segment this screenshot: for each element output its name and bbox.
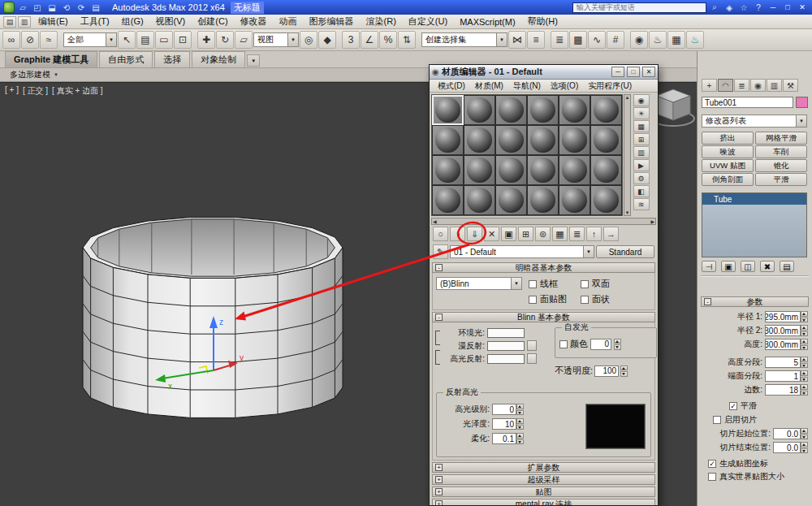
- menu-item[interactable]: 实用程序(U): [583, 80, 637, 92]
- select-and-rotate-icon[interactable]: ↻: [216, 31, 234, 49]
- spinner[interactable]: [614, 339, 621, 350]
- use-center-icon[interactable]: ◎: [300, 31, 317, 49]
- menu-item[interactable]: 动画: [274, 15, 303, 28]
- layer-explorer-icon[interactable]: ▥: [18, 16, 31, 28]
- modifier-preset-button[interactable]: 车削: [755, 145, 807, 158]
- parameter-value-field[interactable]: 5: [765, 357, 801, 368]
- spinner[interactable]: [801, 442, 808, 453]
- show-end-result-icon[interactable]: ▣: [721, 261, 736, 272]
- material-sample-slot[interactable]: [432, 185, 464, 215]
- modifier-stack[interactable]: Tube: [702, 192, 807, 257]
- material-map-navigator-icon[interactable]: ≋: [633, 198, 650, 210]
- sample-horizontal-scrollbar[interactable]: ◀ ▶: [431, 218, 656, 225]
- spinner[interactable]: [516, 404, 524, 415]
- configure-modifier-sets-icon[interactable]: ▤: [780, 261, 794, 272]
- opacity-value-field[interactable]: 100: [594, 365, 619, 377]
- reference-coordinate-dropdown[interactable]: 视图 ▼: [253, 32, 299, 47]
- ribbon-minimize-icon[interactable]: ▼: [247, 54, 260, 67]
- material-sample-slot[interactable]: [432, 155, 464, 185]
- menu-item[interactable]: 模式(D): [433, 80, 470, 92]
- menu-item[interactable]: 自定义(U): [403, 15, 453, 28]
- spinner[interactable]: [801, 325, 808, 336]
- selection-region-icon[interactable]: ▭: [155, 31, 173, 49]
- ambient-color-swatch[interactable]: [487, 328, 525, 338]
- options-icon[interactable]: ⚙: [633, 172, 650, 184]
- ribbon-tab-freeform[interactable]: 自由形式: [99, 51, 153, 67]
- stack-item[interactable]: Tube: [702, 193, 806, 205]
- signin-icon[interactable]: ◈: [723, 2, 736, 13]
- menu-item[interactable]: 编辑(E): [32, 15, 74, 28]
- render-setup-icon[interactable]: ♨: [649, 31, 667, 49]
- infocenter-search-input[interactable]: 输入关键字或短语: [572, 2, 706, 13]
- ribbon-tab-object-paint[interactable]: 对象绘制: [192, 51, 245, 67]
- menu-item[interactable]: 创建(C): [192, 15, 233, 28]
- generate-mapping-coords-checkbox[interactable]: ✓: [708, 460, 716, 468]
- close-button[interactable]: ✕: [796, 2, 809, 13]
- shader-rollout-header[interactable]: - 明暗器基本参数: [432, 262, 655, 273]
- pick-material-from-object-icon[interactable]: ✎: [433, 244, 448, 259]
- make-material-copy-icon[interactable]: ▣: [501, 227, 516, 241]
- modifier-preset-button[interactable]: 噪波: [702, 145, 754, 158]
- material-sample-slot[interactable]: [590, 125, 622, 155]
- select-and-scale-icon[interactable]: ▱: [235, 31, 253, 49]
- spinner[interactable]: [516, 418, 524, 430]
- material-sample-slot[interactable]: [464, 95, 495, 125]
- remove-modifier-icon[interactable]: ✖: [760, 261, 775, 272]
- schematic-view-icon[interactable]: #: [607, 31, 624, 49]
- parameter-value-field[interactable]: 300.0mm: [765, 339, 801, 350]
- material-sample-slot[interactable]: [590, 185, 622, 215]
- material-sample-slot[interactable]: [527, 185, 559, 215]
- render-production-icon[interactable]: ♨: [686, 31, 704, 49]
- app-logo-icon[interactable]: [3, 2, 15, 13]
- put-material-to-scene-icon[interactable]: ◑: [450, 227, 465, 241]
- spinner[interactable]: [620, 365, 628, 377]
- smooth-checkbox[interactable]: ✓: [729, 402, 737, 410]
- parameter-value-field[interactable]: 0.0: [773, 428, 801, 439]
- scroll-right-icon[interactable]: ▶: [650, 218, 654, 224]
- parameter-value-field[interactable]: 1: [765, 370, 801, 382]
- reset-map-icon[interactable]: ✕: [484, 227, 499, 241]
- create-tab[interactable]: +: [702, 79, 717, 92]
- viewport-pov-menu[interactable]: [ 正交 ]: [23, 85, 48, 97]
- selection-filter-dropdown[interactable]: 全部 ▼: [63, 32, 117, 47]
- modifier-list-dropdown[interactable]: 修改器列表 ▼: [702, 115, 807, 128]
- modifier-preset-button[interactable]: 挤出: [702, 132, 754, 145]
- show-end-result-icon[interactable]: ≣: [569, 227, 585, 241]
- highlight-value-field[interactable]: 0.1: [492, 433, 516, 444]
- parameters-rollout-header[interactable]: - 参数: [701, 296, 809, 307]
- spinner[interactable]: [801, 357, 808, 368]
- assign-material-to-selection-icon[interactable]: ⇓: [467, 227, 482, 241]
- chevron-down-icon[interactable]: ▼: [287, 33, 298, 46]
- material-sample-slot[interactable]: [590, 155, 622, 185]
- expand-icon[interactable]: +: [435, 476, 443, 483]
- material-sample-slot[interactable]: [559, 95, 590, 125]
- rendered-frame-icon[interactable]: ▦: [667, 31, 685, 49]
- material-id-channel-icon[interactable]: ⊚: [535, 227, 551, 241]
- save-file-icon[interactable]: ⬓: [45, 2, 58, 13]
- chevron-down-icon[interactable]: ▼: [796, 115, 806, 127]
- ribbon-tab-graphite[interactable]: Graphite 建模工具: [5, 51, 97, 67]
- viewport-general-menu[interactable]: [ + ]: [5, 85, 19, 97]
- material-sample-slot[interactable]: [527, 95, 559, 125]
- bind-to-space-warp-icon[interactable]: ≈: [40, 31, 58, 49]
- menu-item[interactable]: 工具(T): [75, 15, 115, 28]
- minimize-button[interactable]: ─: [767, 2, 780, 13]
- put-to-library-icon[interactable]: ⊞: [518, 227, 533, 241]
- chevron-down-icon[interactable]: ▼: [106, 33, 116, 46]
- scene-explorer-icon[interactable]: ▤: [3, 16, 16, 28]
- self-illum-color-checkbox[interactable]: [559, 340, 568, 348]
- spinner[interactable]: [801, 370, 808, 382]
- material-sample-slot[interactable]: [495, 185, 527, 215]
- material-sample-slot[interactable]: [495, 125, 527, 155]
- shader-type-dropdown[interactable]: (B)Blinn ▼: [436, 277, 522, 290]
- menu-item[interactable]: MAXScript(M): [454, 16, 520, 28]
- snap-toggle-icon[interactable]: 3: [342, 31, 360, 49]
- named-selection-dropdown[interactable]: 创建选择集 ▼: [421, 32, 508, 47]
- help-icon[interactable]: ?: [752, 2, 765, 13]
- spinner[interactable]: [801, 339, 808, 350]
- parameter-value-field[interactable]: 0.0: [773, 442, 801, 453]
- pin-stack-icon[interactable]: ⊣: [702, 261, 716, 272]
- highlight-value-field[interactable]: 10: [492, 418, 516, 430]
- spinner[interactable]: [516, 433, 524, 444]
- project-folder-icon[interactable]: ▤: [89, 2, 102, 13]
